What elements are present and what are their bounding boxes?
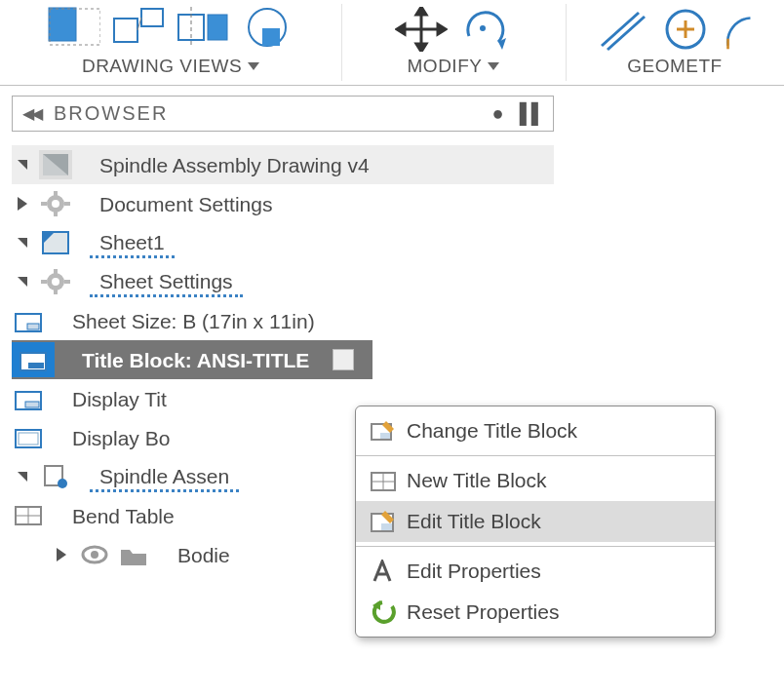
gear-icon: [39, 189, 72, 218]
svg-marker-14: [397, 24, 405, 34]
svg-point-17: [480, 25, 486, 31]
ribbon-group-drawing-views: DRAWING VIEWS: [0, 0, 341, 85]
projected-view-icon[interactable]: [112, 7, 165, 52]
chevron-down-icon: [488, 62, 499, 70]
table-icon: [12, 501, 45, 530]
svg-marker-13: [416, 44, 426, 52]
svg-rect-41: [27, 324, 39, 329]
svg-rect-56: [380, 433, 390, 439]
options-toggle[interactable]: [333, 349, 354, 370]
collapse-panel-icon[interactable]: ◀◀: [22, 104, 40, 123]
menu-item-label: Edit Title Block: [407, 510, 541, 533]
svg-rect-31: [64, 202, 70, 206]
tree-node-label: Sheet Size: B (17in x 11in): [62, 307, 325, 335]
tree-node-sheet-settings[interactable]: Sheet Settings: [12, 262, 554, 301]
tree-node-root[interactable]: Spindle Assembly Drawing v4: [12, 145, 554, 184]
tree-node-label: Document Settings: [90, 190, 282, 218]
arc-icon[interactable]: [725, 7, 754, 52]
svg-rect-37: [54, 289, 58, 294]
ribbon-group-geometry: GEOMETF: [566, 0, 784, 85]
expand-toggle[interactable]: [12, 466, 33, 487]
tree-node-label: Spindle Assen: [90, 462, 239, 492]
menu-separator: [356, 455, 715, 456]
new-title-block-icon: [370, 468, 397, 493]
border-icon: [12, 423, 45, 452]
svg-rect-30: [41, 202, 47, 206]
menu-item-label: Reset Properties: [407, 600, 559, 624]
tree-node-label: Sheet Settings: [90, 267, 243, 297]
browser-title: BROWSER: [54, 102, 168, 125]
expand-toggle[interactable]: [12, 271, 33, 292]
svg-rect-29: [54, 211, 58, 216]
menu-item-edit-title-block[interactable]: Edit Title Block: [356, 501, 715, 542]
menu-item-label: New Title Block: [407, 469, 547, 492]
reset-icon: [370, 599, 397, 625]
title-block-icon: [12, 384, 45, 413]
svg-rect-6: [208, 15, 227, 40]
ribbon-group-modify: MODIFY: [341, 0, 566, 85]
tree-node-sheet-size[interactable]: Sheet Size: B (17in x 11in): [12, 301, 554, 340]
svg-rect-0: [49, 8, 76, 41]
tree-node-label: Display Tit: [62, 385, 176, 413]
move-icon[interactable]: [395, 7, 448, 52]
minimize-icon[interactable]: ●: [492, 102, 506, 125]
expand-toggle[interactable]: [51, 544, 72, 565]
tree-node-sheet[interactable]: Sheet1: [12, 223, 554, 262]
ribbon-group-label[interactable]: MODIFY: [408, 56, 500, 77]
svg-point-49: [58, 479, 67, 488]
svg-line-18: [602, 13, 639, 46]
svg-marker-15: [438, 24, 446, 34]
section-view-icon[interactable]: [176, 7, 229, 52]
edit-properties-icon: [370, 559, 397, 584]
svg-rect-28: [54, 191, 58, 197]
browser-panel-header[interactable]: ◀◀ BROWSER ● ▌▌: [12, 96, 554, 132]
svg-rect-9: [262, 28, 280, 46]
svg-rect-2: [114, 19, 137, 42]
tree-node-doc-settings[interactable]: Document Settings: [12, 184, 554, 223]
component-icon: [39, 462, 72, 491]
svg-point-35: [52, 278, 59, 286]
line-icon[interactable]: [596, 7, 648, 52]
svg-rect-39: [64, 280, 70, 284]
menu-item-change-title-block[interactable]: Change Title Block: [356, 410, 715, 451]
svg-point-54: [91, 551, 98, 559]
ribbon-group-label: GEOMETF: [627, 56, 722, 77]
tree-node-label: Title Block: ANSI-TITLE: [72, 346, 319, 374]
sheet-size-icon: [12, 306, 45, 335]
circle-icon[interactable]: [660, 7, 713, 52]
tree-node-label: Bodie: [168, 541, 240, 569]
tree-node-label: Display Bo: [62, 424, 179, 452]
menu-item-reset-properties[interactable]: Reset Properties: [356, 592, 715, 633]
title-block-icon: [12, 342, 55, 377]
tree-node-label: Spindle Assembly Drawing v4: [90, 151, 379, 179]
chevron-down-icon: [248, 62, 259, 70]
dock-icon[interactable]: ▌▌: [520, 102, 543, 125]
context-menu: Change Title Block New Title Block Edit …: [355, 406, 716, 638]
svg-rect-36: [54, 269, 58, 275]
menu-item-label: Edit Properties: [407, 560, 541, 583]
expand-toggle[interactable]: [12, 193, 33, 214]
expand-toggle[interactable]: [12, 154, 33, 175]
svg-rect-3: [141, 9, 163, 26]
svg-rect-43: [28, 363, 44, 368]
sheet-icon: [39, 228, 72, 257]
svg-point-27: [52, 200, 59, 208]
folder-icon: [117, 540, 150, 569]
svg-marker-12: [416, 7, 426, 15]
tree-node-label: Sheet1: [90, 228, 175, 258]
visibility-icon[interactable]: [78, 540, 111, 569]
svg-rect-38: [41, 280, 47, 284]
tree-node-label: Bend Table: [62, 502, 184, 530]
tree-node-title-block[interactable]: Title Block: ANSI-TITLE: [12, 340, 372, 379]
ribbon-toolbar: DRAWING VIEWS MODIFY: [0, 0, 784, 86]
base-view-icon[interactable]: [48, 7, 100, 52]
menu-item-new-title-block[interactable]: New Title Block: [356, 460, 715, 501]
ribbon-group-label[interactable]: DRAWING VIEWS: [82, 56, 259, 77]
menu-item-edit-properties[interactable]: Edit Properties: [356, 551, 715, 592]
expand-toggle[interactable]: [12, 232, 33, 253]
rotate-icon[interactable]: [459, 7, 512, 52]
edit-title-block-icon: [370, 509, 397, 534]
drawing-icon: [39, 150, 72, 179]
gear-icon: [39, 267, 72, 296]
detail-view-icon[interactable]: [241, 7, 294, 52]
